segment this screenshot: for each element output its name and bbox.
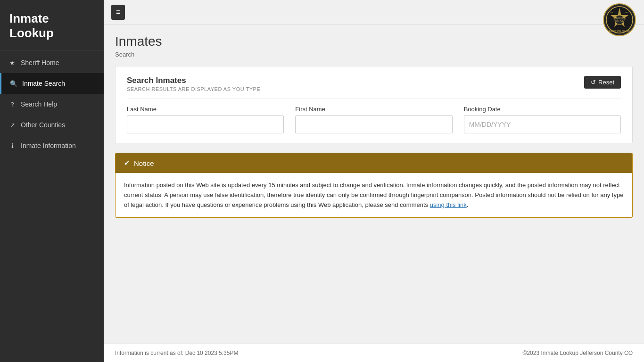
page-body: Inmates Search Search Inmates SEARCH RES… [104,25,644,344]
sidebar-item-other-counties[interactable]: ↗ Other Counties [0,115,104,135]
notice-check-icon: ✔ [124,159,130,167]
page-title: Inmates [115,34,633,49]
sidebar-item-label: Inmate Information [21,142,76,149]
sheriff-badge-icon: SHERIFF'S OFFICE JEFFERSON COUNTY Est. 1… [603,3,636,37]
external-link-icon: ↗ [8,122,16,129]
breadcrumb-area: Inmates Search [115,34,633,58]
notice-title: Notice [134,159,154,167]
footer-copyright: ©2023 Inmate Lookup Jefferson County CO [523,350,633,356]
notice-box: ✔ Notice Information posted on this Web … [115,153,633,218]
info-icon: ℹ [8,142,16,149]
sidebar-item-search-help[interactable]: ? Search Help [0,94,104,115]
sidebar-item-label: Sheriff Home [21,59,59,66]
last-name-group: Last Name [127,106,284,133]
last-name-label: Last Name [127,106,284,113]
first-name-input[interactable] [295,115,452,133]
first-name-group: First Name [295,106,452,133]
topbar-left: ≡ [111,5,125,20]
first-name-label: First Name [295,106,452,113]
reset-icon: ↺ [591,79,596,86]
notice-text-end: . [467,201,469,208]
svg-text:JEFFERSON COUNTY: JEFFERSON COUNTY [608,30,630,33]
sidebar-item-label: Inmate Search [22,80,65,87]
star-icon: ★ [8,59,16,66]
svg-text:OFFICE: OFFICE [615,19,624,22]
search-icon: 🔍 [10,80,17,87]
card-header-left: Search Inmates SEARCH RESULTS ARE DISPLA… [127,76,260,92]
svg-text:Est.: Est. [611,11,614,14]
reset-label: Reset [598,79,614,86]
svg-text:1850: 1850 [625,11,630,14]
form-divider [127,99,621,99]
footer-status: Information is current as of: Dec 10 202… [115,350,238,356]
reset-button[interactable]: ↺ Reset [584,76,621,89]
sidebar: InmateLookup ★ Sheriff Home 🔍 Inmate Sea… [0,0,104,362]
booking-date-label: Booking Date [464,106,621,113]
card-subtitle: SEARCH RESULTS ARE DISPLAYED AS YOU TYPE [127,86,260,92]
sidebar-item-inmate-search[interactable]: 🔍 Inmate Search [0,73,104,94]
topbar: ≡ SHERIFF'S OFFICE JEFFERSON COUNTY Est.… [104,0,644,25]
sidebar-item-sheriff-home[interactable]: ★ Sheriff Home [0,52,104,73]
notice-link[interactable]: using this link [430,201,467,208]
notice-text: Information posted on this Web site is u… [124,181,623,208]
search-card: Search Inmates SEARCH RESULTS ARE DISPLA… [115,66,633,143]
notice-body: Information posted on this Web site is u… [116,173,632,217]
breadcrumb: Search [115,51,134,58]
last-name-input[interactable] [127,115,284,133]
sidebar-item-inmate-information[interactable]: ℹ Inmate Information [0,135,104,156]
booking-date-input[interactable] [464,115,621,133]
card-title: Search Inmates [127,76,260,85]
card-header: Search Inmates SEARCH RESULTS ARE DISPLA… [127,76,621,92]
booking-date-group: Booking Date [464,106,621,133]
menu-button[interactable]: ≡ [111,5,125,20]
sidebar-item-label: Search Help [21,100,57,108]
main-content: ≡ SHERIFF'S OFFICE JEFFERSON COUNTY Est.… [104,0,644,362]
notice-header: ✔ Notice [116,153,632,173]
footer: Information is current as of: Dec 10 202… [104,344,644,362]
sidebar-item-label: Other Counties [21,121,65,129]
app-title: InmateLookup [0,0,104,50]
sheriff-badge: SHERIFF'S OFFICE JEFFERSON COUNTY Est. 1… [603,3,636,39]
sidebar-nav: ★ Sheriff Home 🔍 Inmate Search ? Search … [0,52,104,156]
search-form: Last Name First Name Booking Date [127,106,621,133]
question-icon: ? [8,101,16,108]
